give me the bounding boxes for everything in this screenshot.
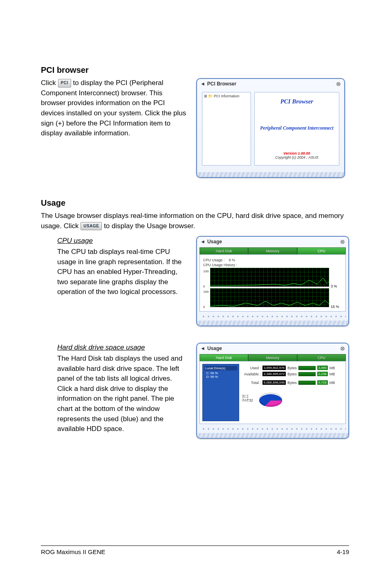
mb-label: MB (329, 381, 335, 385)
y-100: 100 (203, 290, 208, 294)
close-icon: ⊗ (336, 81, 341, 87)
close-icon: ⊗ (340, 345, 345, 352)
total-mb: 5,728 (317, 380, 328, 385)
pci-para-pre: Click (41, 79, 58, 87)
footer-left: ROG Maximus II GENE (41, 548, 105, 555)
window-footer-dots (199, 426, 346, 431)
y-0: 0 (203, 285, 208, 288)
tab-harddisk: Hard Disk (199, 247, 248, 254)
tab-memory: Memory (248, 247, 297, 254)
pci-version: Version 1.00.00 (256, 151, 337, 155)
usage-heading: Usage (41, 198, 349, 208)
cpu-usage-val: 9 % (229, 258, 235, 262)
bytes-label: Bytes (287, 372, 297, 376)
used-label: Used : (242, 366, 261, 370)
window-footer-stripes (197, 172, 344, 177)
cpu-graph-1-pct: 3 % (331, 284, 342, 288)
usage-button-icon: USAGE (81, 222, 102, 231)
mb-label: MB (329, 372, 335, 376)
hdd-fs: FAT32 (242, 398, 253, 402)
hdd-tree-c: C: 56 % (204, 371, 237, 375)
window-footer-dots (199, 314, 346, 319)
tab-cpu: CPU (297, 247, 346, 254)
cpu-usage-label: CPU Usage : (203, 258, 225, 262)
hdd-drive-tree: Local Drive(s) C: 56 % D: 56 % (202, 364, 239, 421)
avail-bytes: 2,346,995,072 (262, 372, 286, 376)
avail-mb: 2,238 (317, 372, 328, 376)
hdd-pie-chart (256, 389, 285, 409)
hdd-tree-root: Local Drive(s) (204, 366, 237, 370)
usage-window-title: Usage (207, 346, 222, 351)
pci-heading: PCI browser (41, 65, 349, 75)
total-bytes: 6,006,898,048 (262, 380, 286, 385)
avail-label: Available : (242, 372, 261, 376)
pci-window-icon: ◄ (200, 81, 205, 87)
bytes-label: Bytes (287, 381, 297, 385)
cpu-usage-thumbnail: ◄ Usage ⊗ Hard Disk Memory CPU CPU Usage… (196, 236, 349, 326)
pci-mid-title: Peripheral Component Interconnect (256, 125, 337, 131)
used-bytes: 3,659,902,976 (262, 366, 286, 370)
cpu-graph-2 (210, 288, 329, 307)
usage-intro-post: to display the Usage browser. (104, 222, 195, 230)
close-icon: ⊗ (340, 238, 345, 245)
pci-copyright: Copyright (c) 2004 , ASUS (256, 155, 337, 159)
usage-window-icon: ◄ (200, 239, 205, 245)
tab-memory: Memory (248, 354, 297, 361)
mb-label: MB (329, 366, 335, 370)
pci-tree-item: PCI Information (214, 94, 240, 98)
hdd-drive-id: [C:] (242, 394, 253, 398)
hdd-usage-thumbnail: ◄ Usage ⊗ Hard Disk Memory CPU Local Dri… (196, 343, 349, 439)
pci-browser-thumbnail: ◄ PCI Browser ⊗ ⊞ 📁 PCI Information PCI … (196, 78, 345, 178)
y-100: 100 (203, 269, 208, 273)
pci-tree: ⊞ 📁 PCI Information (202, 92, 251, 166)
usage-window-title: Usage (207, 239, 222, 245)
bytes-label: Bytes (287, 366, 297, 370)
usage-window-icon: ◄ (200, 346, 205, 351)
hdd-tree-d: D: 56 % (204, 375, 237, 379)
pci-button-icon: PCI (58, 79, 71, 88)
footer-right: 4-19 (337, 548, 349, 555)
avail-bar (298, 372, 316, 376)
total-label: Total : (242, 381, 261, 385)
total-bar (298, 381, 316, 385)
window-footer-stripes (197, 321, 348, 325)
used-mb: 3,490 (317, 366, 328, 370)
cpu-history-label: CPU Usage History : (203, 263, 342, 267)
pci-window-title: PCI Browser (207, 81, 236, 87)
pci-para-post: to display the PCI (Peripheral Component… (41, 79, 186, 137)
cpu-graph-1 (210, 268, 329, 287)
cpu-graph-2-pct: 15 % (331, 305, 342, 309)
tab-harddisk: Hard Disk (199, 354, 248, 361)
window-footer-stripes (197, 433, 348, 438)
pci-big-title: PCI Browser (256, 98, 337, 105)
y-0: 0 (203, 305, 208, 309)
used-bar (298, 366, 316, 370)
tab-cpu: CPU (297, 354, 346, 361)
